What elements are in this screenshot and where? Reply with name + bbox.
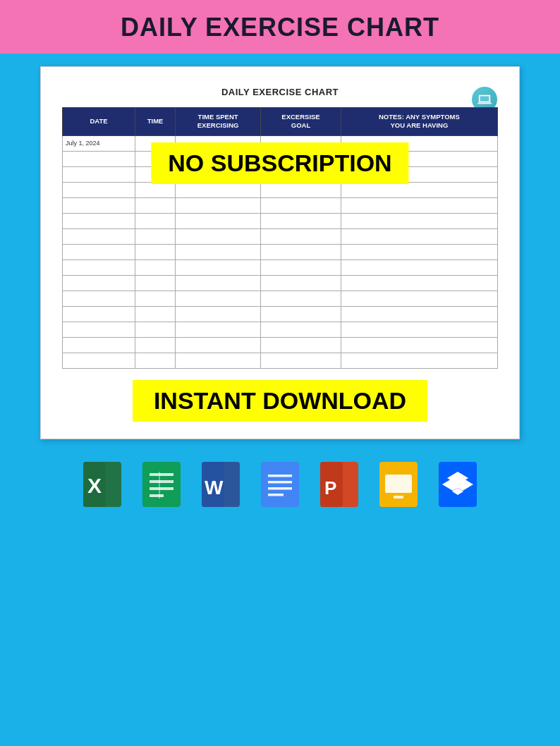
instant-download-banner: INSTANT DOWNLOAD <box>133 380 427 422</box>
table-row <box>63 322 498 337</box>
table-row <box>63 259 498 275</box>
svg-rect-16 <box>268 475 292 477</box>
google-sheets-icon[interactable] <box>140 459 183 510</box>
instant-download-section: INSTANT DOWNLOAD <box>62 380 498 422</box>
svg-text:P: P <box>324 477 336 499</box>
svg-rect-24 <box>385 475 412 493</box>
table-row <box>63 197 498 213</box>
table-wrapper: DATE TIME TIME SPENTEXERCISING EXCERSISE… <box>62 107 498 369</box>
svg-rect-25 <box>394 496 403 499</box>
laptop-icon <box>477 92 492 107</box>
svg-rect-9 <box>150 487 174 490</box>
doc-title: DAILY EXERCISE CHART <box>221 87 339 97</box>
dropbox-icon[interactable] <box>436 459 480 510</box>
col-date: DATE <box>63 108 135 136</box>
col-time: TIME <box>135 108 176 136</box>
table-row <box>63 306 498 322</box>
svg-rect-10 <box>150 494 164 497</box>
table-row <box>63 353 498 368</box>
svg-rect-15 <box>261 462 299 507</box>
word-icon[interactable]: W <box>199 459 243 510</box>
svg-text:X: X <box>87 474 102 497</box>
powerpoint-icon[interactable]: P <box>317 459 361 510</box>
svg-text:W: W <box>205 477 224 499</box>
page-title: DAILY EXERCISE CHART <box>0 13 560 42</box>
svg-rect-18 <box>268 487 292 490</box>
top-banner: DAILY EXERCISE CHART <box>0 0 560 54</box>
svg-rect-6 <box>142 462 181 507</box>
table-row <box>63 337 498 353</box>
col-notes: NOTES: ANY SYMPTOMSYOU ARE HAVING <box>341 108 497 136</box>
document-container: DAILY EXERCISE CHART AllBusiness Templat… <box>40 66 520 439</box>
svg-rect-1 <box>480 96 489 101</box>
google-docs-icon[interactable] <box>258 459 302 510</box>
table-row <box>63 228 498 244</box>
doc-header: DAILY EXERCISE CHART AllBusiness Templat… <box>62 87 498 97</box>
svg-rect-19 <box>268 494 284 496</box>
col-time-spent: TIME SPENTEXERCISING <box>175 108 260 136</box>
col-goal: EXCERSISEGOAL <box>261 108 341 136</box>
table-row <box>63 275 498 291</box>
excel-icon[interactable]: X <box>80 459 124 510</box>
icons-row: X W <box>80 459 480 517</box>
table-row <box>63 182 498 197</box>
svg-rect-7 <box>150 473 174 476</box>
svg-rect-2 <box>477 103 492 104</box>
no-subscription-overlay: NO SUBSCRIPTION <box>151 142 408 184</box>
table-header-row: DATE TIME TIME SPENTEXERCISING EXCERSISE… <box>63 108 498 136</box>
google-slides-icon[interactable] <box>377 459 420 510</box>
table-row <box>63 213 498 228</box>
table-row <box>63 291 498 306</box>
table-row <box>63 244 498 259</box>
cell-date: July 1, 2024 <box>63 135 135 151</box>
svg-rect-17 <box>268 481 292 484</box>
svg-rect-8 <box>150 480 174 483</box>
